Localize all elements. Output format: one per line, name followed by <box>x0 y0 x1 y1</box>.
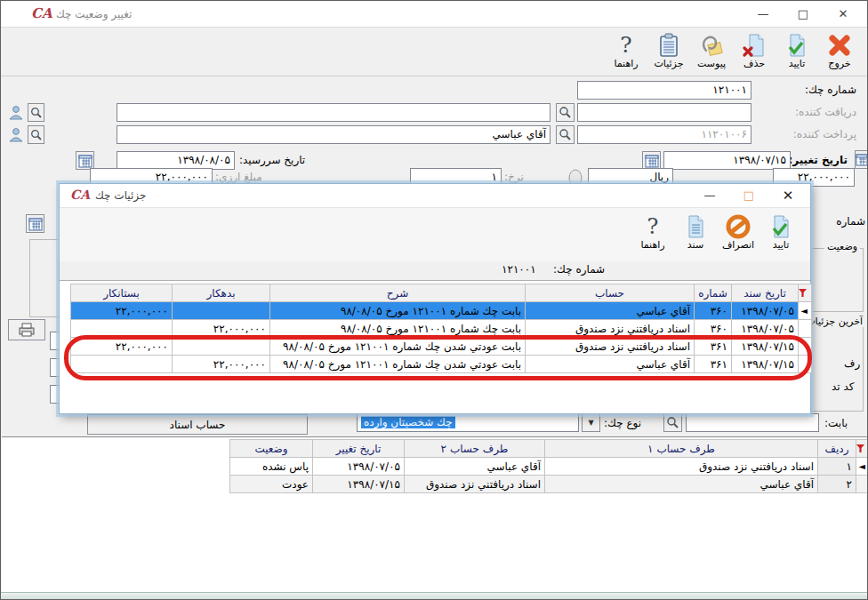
account-docs-button[interactable]: حساب اسناد <box>87 414 308 435</box>
calendar-button[interactable] <box>26 214 44 233</box>
check-number-field[interactable]: ۱۲۱۰۰۱ <box>577 81 751 100</box>
col-description[interactable]: شرح <box>270 284 526 302</box>
calendar-icon[interactable] <box>855 150 868 169</box>
modal-maximize-button[interactable]: □ <box>734 186 764 205</box>
help-button[interactable]: ? راهنما <box>606 30 647 75</box>
row-number: ۲ <box>818 476 856 493</box>
receiver-code-field[interactable] <box>577 103 751 122</box>
side-number-label: شماره <box>819 212 865 231</box>
table-row[interactable]: ۱۳۹۸/۰۷/۱۵ ۳۶۱ آقاي عباسي بابت عودتي شدن… <box>71 356 812 373</box>
col-debit[interactable]: بدهكار <box>173 284 270 302</box>
modal-help-button[interactable]: ? راهنما <box>632 212 673 256</box>
minimize-button[interactable]: — <box>748 4 778 24</box>
check-number-label: شماره چك: <box>805 81 856 100</box>
table-row[interactable]: ۱۳۹۸/۰۷/۰۵ ۳۶۰ اسناد دريافتني نزد صندوق … <box>71 320 812 338</box>
person-icon[interactable] <box>8 126 25 143</box>
col-doc-date[interactable]: تاريخ سند <box>732 284 799 302</box>
last-details-group-label: آخرين جزئيات <box>812 316 865 327</box>
cell-account: اسناد دريافتني نزد صندوق <box>526 338 695 356</box>
babat-field[interactable] <box>686 413 819 432</box>
cell-number: ۳۶۱ <box>695 338 732 356</box>
calendar-icon <box>78 154 92 168</box>
modal-close-button[interactable]: ✕ <box>773 186 803 205</box>
filter-icon[interactable] <box>799 284 812 302</box>
check-type-dropdown-button[interactable]: ▼ <box>582 413 600 432</box>
change-date-label: تاريخ تغيير: <box>788 151 848 170</box>
magnifier-icon <box>559 128 572 141</box>
payer-code-field[interactable]: ۱۱۲۰۱۰۰۶ <box>577 125 751 144</box>
main-titlebar: CA تغيير وضعيت چك — □ ✕ <box>1 1 867 28</box>
receiver-name-search-button[interactable] <box>28 103 44 122</box>
table-row[interactable]: ۲ آقاي عباسي اسناد دريافتني نزد صندوق ۱۳… <box>230 476 868 493</box>
row-marker: ◄ <box>799 302 812 320</box>
payer-search-button[interactable] <box>556 125 575 144</box>
maximize-button[interactable]: □ <box>788 4 818 24</box>
col-credit[interactable]: بستانكار <box>71 284 173 302</box>
filter-icon[interactable] <box>856 440 868 458</box>
babat-label: بابت: <box>824 414 848 433</box>
col-status[interactable]: وضعيت <box>230 440 313 458</box>
status-group-label: وضعيت <box>824 241 860 252</box>
cell-party2: آقاي عباسي <box>405 458 545 476</box>
cell-credit: ۲۲,۰۰۰,۰۰۰ <box>71 302 173 320</box>
cell-debit <box>173 338 270 356</box>
table-row[interactable]: ۱۳۹۸/۰۷/۱۵ ۳۶۱ اسناد دريافتني نزد صندوق … <box>71 338 812 356</box>
receiver-search-button[interactable] <box>556 103 575 122</box>
receiver-name-field[interactable] <box>117 103 551 122</box>
magnifier-icon <box>559 106 572 119</box>
modal-confirm-button[interactable]: تاييد <box>760 212 801 256</box>
print-button[interactable] <box>8 319 45 340</box>
cell-doc-date: ۱۳۹۸/۰۷/۰۵ <box>732 302 799 320</box>
row-marker <box>799 356 812 373</box>
babat-search-button[interactable] <box>663 413 682 432</box>
modal-voucher-button[interactable]: سند <box>675 212 716 256</box>
person-icon[interactable] <box>8 104 25 121</box>
confirm-button[interactable]: تاييد <box>776 30 817 75</box>
table-header-row[interactable]: رديف طرف حساب ۱ طرف حساب ۲ تاريخ تغيير و… <box>230 440 868 458</box>
document-delete-icon <box>742 30 767 60</box>
details-button[interactable]: جزئيات <box>648 30 689 75</box>
row-marker <box>799 338 812 356</box>
modal-minimize-button[interactable]: — <box>695 186 725 205</box>
col-party1[interactable]: طرف حساب ۱ <box>545 440 818 458</box>
table-header-row[interactable]: تاريخ سند شماره حساب شرح بدهكار بستانكار <box>71 284 812 302</box>
check-details-dialog: CA جزئيات چك — □ ✕ تاييد انصراف سند <box>59 183 811 414</box>
payer-label: پرداخت كننده: <box>793 125 856 144</box>
payer-name-search-button[interactable] <box>28 125 44 144</box>
payer-name-field[interactable]: آقاي عباسي <box>117 125 551 144</box>
delete-button[interactable]: حذف <box>734 30 775 75</box>
application-window: CA تغيير وضعيت چك — □ ✕ خروج تاييد حذف پ… <box>0 0 868 600</box>
exit-button[interactable]: خروج <box>819 30 860 75</box>
app-logo: CA <box>31 5 52 21</box>
due-date-field[interactable]: ۱۳۹۸/۰۸/۰۵ <box>117 151 235 170</box>
close-button[interactable]: ✕ <box>828 4 858 24</box>
cell-credit <box>71 320 173 338</box>
row-number: ۱ <box>818 458 856 476</box>
table-row-selected[interactable]: ◄ ۱۳۹۸/۰۷/۰۵ ۳۶۰ آقاي عباسي بابت چك شمار… <box>71 302 812 320</box>
voucher-lines-table[interactable]: تاريخ سند شماره حساب شرح بدهكار بستانكار… <box>70 284 812 373</box>
change-date-field[interactable]: ۱۳۹۸/۰۷/۱۵ <box>663 151 791 170</box>
chevron-down-icon: ▼ <box>588 419 593 427</box>
check-type-combo[interactable]: چك شخصيتان وارده <box>357 413 579 432</box>
calendar-button[interactable] <box>642 151 661 170</box>
col-change-date[interactable]: تاريخ تغيير <box>313 440 405 458</box>
cell-debit <box>173 302 270 320</box>
cell-description: بابت عودتي شدن چك شماره ۱۲۱۰۰۱ مورخ ۹۸/۰… <box>270 338 526 356</box>
cell-status: عودت <box>230 476 313 493</box>
col-party2[interactable]: طرف حساب ۲ <box>405 440 545 458</box>
cell-doc-date: ۱۳۹۸/۰۷/۱۵ <box>732 356 799 373</box>
col-account[interactable]: حساب <box>526 284 695 302</box>
cell-date: ۱۳۹۸/۰۷/۰۵ <box>313 458 405 476</box>
printer-icon <box>18 323 36 337</box>
col-number[interactable]: شماره <box>695 284 732 302</box>
check-history-table[interactable]: رديف طرف حساب ۱ طرف حساب ۲ تاريخ تغيير و… <box>229 439 868 493</box>
attach-button[interactable]: پيوست <box>691 30 732 75</box>
calendar-icon <box>28 217 43 231</box>
cell-description: بابت چك شماره ۱۲۱۰۰۱ مورخ ۹۸/۰۸/۰۵ <box>270 302 526 320</box>
document-icon <box>683 212 708 241</box>
table-row[interactable]: ◄ ۱ اسناد دريافتني نزد صندوق آقاي عباسي … <box>230 458 868 476</box>
modal-cancel-button[interactable]: انصراف <box>718 212 759 256</box>
due-date-calendar-button[interactable] <box>76 151 94 170</box>
magnifier-icon <box>30 129 43 141</box>
col-row[interactable]: رديف <box>818 440 856 458</box>
